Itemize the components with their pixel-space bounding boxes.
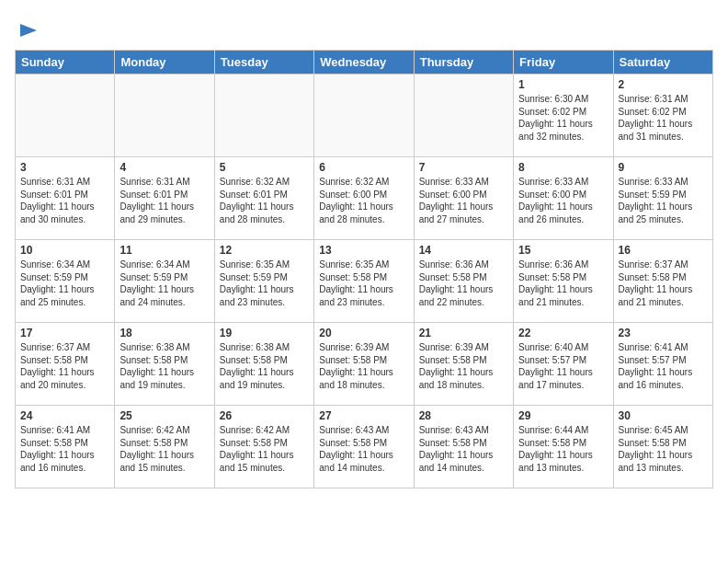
calendar-cell: 21Sunrise: 6:39 AMSunset: 5:58 PMDayligh… [414,323,513,406]
day-info: Sunrise: 6:32 AMSunset: 6:00 PMDaylight:… [319,176,408,225]
day-info: Sunrise: 6:42 AMSunset: 5:58 PMDaylight:… [220,424,309,474]
svg-marker-0 [20,24,37,37]
day-info: Sunrise: 6:45 AMSunset: 5:58 PMDaylight:… [619,424,708,474]
calendar-cell: 14Sunrise: 6:36 AMSunset: 5:58 PMDayligh… [414,240,513,323]
calendar-cell: 18Sunrise: 6:38 AMSunset: 5:58 PMDayligh… [115,323,214,406]
day-number: 12 [220,244,309,257]
weekday-header-thursday: Thursday [414,51,513,75]
day-info: Sunrise: 6:37 AMSunset: 5:58 PMDaylight:… [20,341,109,391]
logo [15,15,39,40]
day-number: 26 [220,409,309,422]
calendar-cell: 2Sunrise: 6:31 AMSunset: 6:02 PMDaylight… [613,75,712,157]
day-number: 5 [220,161,309,174]
calendar-cell: 29Sunrise: 6:44 AMSunset: 5:58 PMDayligh… [514,406,613,488]
calendar-cell: 7Sunrise: 6:33 AMSunset: 6:00 PMDaylight… [414,157,513,240]
calendar-cell: 1Sunrise: 6:30 AMSunset: 6:02 PMDaylight… [514,75,613,157]
day-number: 7 [419,161,508,174]
day-info: Sunrise: 6:34 AMSunset: 5:59 PMDaylight:… [119,259,209,308]
calendar-cell: 9Sunrise: 6:33 AMSunset: 5:59 PMDaylight… [613,157,712,240]
calendar-cell: 23Sunrise: 6:41 AMSunset: 5:57 PMDayligh… [613,323,712,406]
day-info: Sunrise: 6:43 AMSunset: 5:58 PMDaylight:… [419,424,508,474]
calendar-table: SundayMondayTuesdayWednesdayThursdayFrid… [15,50,713,488]
calendar-cell: 25Sunrise: 6:42 AMSunset: 5:58 PMDayligh… [115,406,214,488]
week-row-2: 3Sunrise: 6:31 AMSunset: 6:01 PMDaylight… [16,157,713,240]
day-number: 24 [20,409,109,422]
calendar-cell: 19Sunrise: 6:38 AMSunset: 5:58 PMDayligh… [214,323,313,406]
day-number: 1 [518,78,608,91]
weekday-header-row: SundayMondayTuesdayWednesdayThursdayFrid… [16,51,713,75]
day-number: 29 [518,409,608,422]
day-info: Sunrise: 6:41 AMSunset: 5:58 PMDaylight:… [20,424,109,474]
calendar-cell: 12Sunrise: 6:35 AMSunset: 5:59 PMDayligh… [214,240,313,323]
calendar-cell: 13Sunrise: 6:35 AMSunset: 5:58 PMDayligh… [314,240,414,323]
day-number: 4 [119,161,209,174]
calendar-cell: 8Sunrise: 6:33 AMSunset: 6:00 PMDaylight… [514,157,613,240]
calendar-cell: 27Sunrise: 6:43 AMSunset: 5:58 PMDayligh… [314,406,414,488]
day-number: 28 [419,409,508,422]
day-number: 13 [319,244,408,257]
day-info: Sunrise: 6:36 AMSunset: 5:58 PMDaylight:… [518,259,608,308]
calendar-cell: 11Sunrise: 6:34 AMSunset: 5:59 PMDayligh… [115,240,214,323]
day-info: Sunrise: 6:40 AMSunset: 5:57 PMDaylight:… [518,341,608,391]
day-number: 16 [619,244,708,257]
day-number: 11 [119,244,209,257]
day-info: Sunrise: 6:30 AMSunset: 6:02 PMDaylight:… [518,93,608,143]
day-info: Sunrise: 6:35 AMSunset: 5:58 PMDaylight:… [319,259,408,308]
weekday-header-tuesday: Tuesday [214,51,313,75]
week-row-1: 1Sunrise: 6:30 AMSunset: 6:02 PMDaylight… [16,75,713,157]
calendar-cell [214,75,313,157]
calendar-cell: 5Sunrise: 6:32 AMSunset: 6:01 PMDaylight… [214,157,313,240]
calendar-cell [16,75,115,157]
weekday-header-sunday: Sunday [16,51,115,75]
day-number: 6 [319,161,408,174]
day-number: 22 [518,327,608,339]
day-info: Sunrise: 6:39 AMSunset: 5:58 PMDaylight:… [419,341,508,391]
day-number: 23 [619,327,708,339]
day-info: Sunrise: 6:35 AMSunset: 5:59 PMDaylight:… [220,259,309,308]
page-header [15,15,713,40]
day-info: Sunrise: 6:31 AMSunset: 6:01 PMDaylight:… [20,176,109,225]
week-row-4: 17Sunrise: 6:37 AMSunset: 5:58 PMDayligh… [16,323,713,406]
day-info: Sunrise: 6:44 AMSunset: 5:58 PMDaylight:… [518,424,608,474]
weekday-header-wednesday: Wednesday [314,51,414,75]
calendar-cell: 30Sunrise: 6:45 AMSunset: 5:58 PMDayligh… [613,406,712,488]
week-row-3: 10Sunrise: 6:34 AMSunset: 5:59 PMDayligh… [16,240,713,323]
calendar-cell: 6Sunrise: 6:32 AMSunset: 6:00 PMDaylight… [314,157,414,240]
calendar-cell: 28Sunrise: 6:43 AMSunset: 5:58 PMDayligh… [414,406,513,488]
day-number: 30 [619,409,708,422]
day-number: 18 [119,327,209,339]
calendar-cell: 4Sunrise: 6:31 AMSunset: 6:01 PMDaylight… [115,157,214,240]
day-number: 2 [619,78,708,91]
day-info: Sunrise: 6:32 AMSunset: 6:01 PMDaylight:… [220,176,309,225]
day-number: 19 [220,327,309,339]
day-number: 15 [518,244,608,257]
day-info: Sunrise: 6:34 AMSunset: 5:59 PMDaylight:… [20,259,109,308]
calendar-cell: 20Sunrise: 6:39 AMSunset: 5:58 PMDayligh… [314,323,414,406]
day-info: Sunrise: 6:31 AMSunset: 6:02 PMDaylight:… [619,93,708,143]
calendar-cell: 15Sunrise: 6:36 AMSunset: 5:58 PMDayligh… [514,240,613,323]
day-number: 8 [518,161,608,174]
day-number: 9 [619,161,708,174]
calendar-cell: 17Sunrise: 6:37 AMSunset: 5:58 PMDayligh… [16,323,115,406]
weekday-header-friday: Friday [514,51,613,75]
calendar-cell [314,75,414,157]
day-number: 25 [119,409,209,422]
calendar-cell [115,75,214,157]
logo-arrow-icon [18,20,39,40]
day-info: Sunrise: 6:41 AMSunset: 5:57 PMDaylight:… [619,341,708,391]
week-row-5: 24Sunrise: 6:41 AMSunset: 5:58 PMDayligh… [16,406,713,488]
day-info: Sunrise: 6:31 AMSunset: 6:01 PMDaylight:… [119,176,209,225]
day-number: 10 [20,244,109,257]
calendar-cell: 26Sunrise: 6:42 AMSunset: 5:58 PMDayligh… [214,406,313,488]
day-info: Sunrise: 6:43 AMSunset: 5:58 PMDaylight:… [319,424,408,474]
calendar-cell: 10Sunrise: 6:34 AMSunset: 5:59 PMDayligh… [16,240,115,323]
day-info: Sunrise: 6:33 AMSunset: 5:59 PMDaylight:… [619,176,708,225]
day-number: 20 [319,327,408,339]
day-number: 21 [419,327,508,339]
day-info: Sunrise: 6:42 AMSunset: 5:58 PMDaylight:… [119,424,209,474]
day-number: 14 [419,244,508,257]
day-number: 3 [20,161,109,174]
day-info: Sunrise: 6:33 AMSunset: 6:00 PMDaylight:… [419,176,508,225]
day-number: 27 [319,409,408,422]
day-info: Sunrise: 6:36 AMSunset: 5:58 PMDaylight:… [419,259,508,308]
